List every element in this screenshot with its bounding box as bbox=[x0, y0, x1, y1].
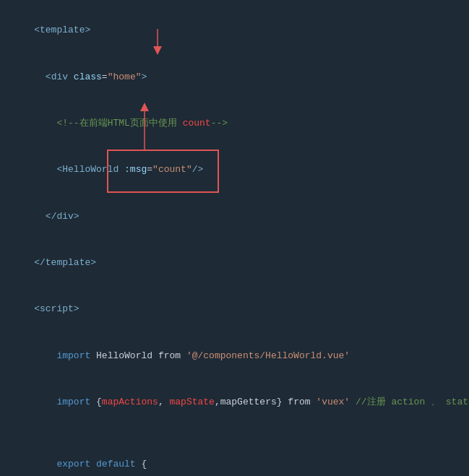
line-2: <div class="home"> bbox=[12, 53, 457, 100]
code-editor: <template> <div class="home"> <!--在前端HTM… bbox=[0, 0, 469, 476]
line-1: <template> bbox=[12, 7, 457, 53]
tag-template-open: <template> bbox=[34, 25, 90, 35]
line-3: <!--在前端HTML页面中使用 count--> bbox=[12, 100, 457, 147]
line-8: import HelloWorld from '@/components/Hel… bbox=[12, 332, 457, 378]
line-9: import {mapActions, mapState,mapGetters}… bbox=[12, 379, 457, 425]
line-4: <HelloWorld :msg="count"/> bbox=[12, 147, 457, 193]
line-7: <script> bbox=[12, 286, 457, 332]
line-5: </div> bbox=[12, 193, 457, 239]
line-6: </template> bbox=[12, 240, 457, 286]
line-10 bbox=[12, 425, 457, 441]
line-11: export default { bbox=[12, 441, 457, 476]
